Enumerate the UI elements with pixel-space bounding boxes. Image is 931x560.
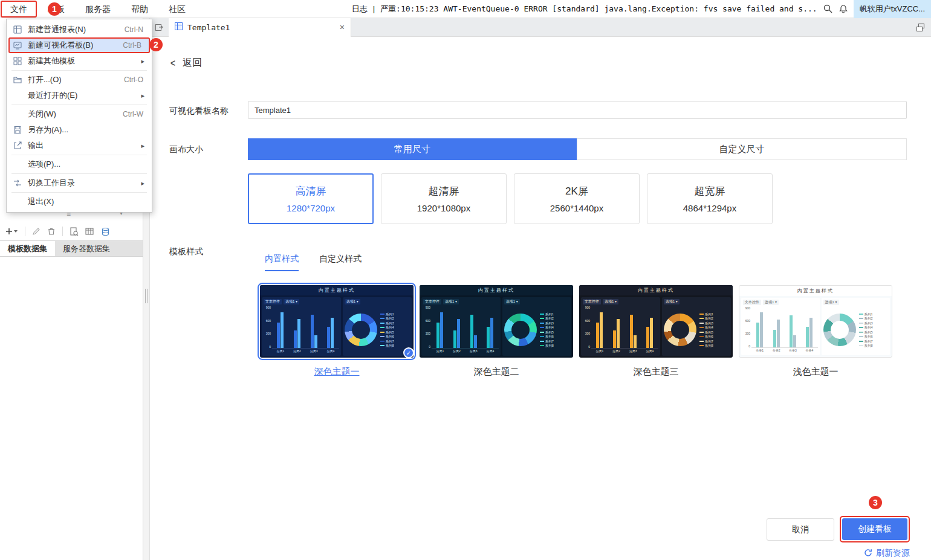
legend-label: 系列6 xyxy=(386,335,394,339)
back-label: 返回 xyxy=(183,57,202,69)
add-dataset-button[interactable] xyxy=(6,227,18,236)
legend-item: 系列6 xyxy=(380,335,394,339)
legend-item: 系列1 xyxy=(380,312,394,317)
preview-controls: 选项1 ▾ xyxy=(664,299,729,304)
dashboard-create-panel: < 返回 可视化看板名称 画布大小 常用尺寸自定义尺寸 高清屏1280*720p… xyxy=(150,37,931,560)
file-menu-item[interactable]: 新建可视化看板(B)Ctrl-B xyxy=(8,37,150,53)
legend-item: 系列7 xyxy=(380,340,394,344)
axis-tick: 300 xyxy=(264,332,271,335)
preview-barchart-panel: 文本控件选项1 ▾9006003000分类1分类2分类3分类4 xyxy=(262,297,341,356)
bar-group xyxy=(470,306,477,348)
splitter-grip[interactable] xyxy=(145,289,148,303)
preview-dataset-button[interactable] xyxy=(70,227,79,236)
tab-close-icon[interactable]: × xyxy=(340,23,345,31)
menubar-item[interactable]: 文件 xyxy=(0,0,37,18)
create-dashboard-button[interactable]: 创建看板 xyxy=(842,518,907,540)
theme-thumbnail[interactable]: 内置主题样式文本控件选项1 ▾9006003000分类1分类2分类3分类4选项1… xyxy=(579,285,733,358)
file-menu-item[interactable]: 输出▸ xyxy=(7,138,152,153)
log-label[interactable]: 日志 xyxy=(352,4,368,14)
theme-option[interactable]: 内置主题样式文本控件选项1 ▾9006003000分类1分类2分类3分类4选项1… xyxy=(737,285,894,378)
theme-name[interactable]: 深色主题三 xyxy=(577,366,735,378)
bar xyxy=(470,315,473,348)
float-pane-icon[interactable] xyxy=(916,23,925,32)
step-badge-3: 3 xyxy=(869,496,882,509)
edit-dataset-button[interactable] xyxy=(32,227,41,236)
theme-thumbnail[interactable]: 内置主题样式文本控件选项1 ▾9006003000分类1分类2分类3分类4选项1… xyxy=(260,285,414,358)
theme-option[interactable]: 内置主题样式文本控件选项1 ▾9006003000分类1分类2分类3分类4选项1… xyxy=(258,285,415,378)
legend-label: 系列8 xyxy=(386,344,394,348)
file-menu-item[interactable]: 新建其他模板▸ xyxy=(7,53,152,69)
cancel-button[interactable]: 取消 xyxy=(767,518,834,541)
file-menu-item[interactable]: 打开...(O)Ctrl-O xyxy=(7,72,152,88)
legend-item: 系列4 xyxy=(380,326,394,330)
file-menu-item[interactable]: 新建普通报表(N)Ctrl-N xyxy=(7,22,152,37)
preview-donut-panel: 选项1 ▾系列1系列2系列3系列4系列5系列6系列7系列8 xyxy=(343,297,412,356)
legend-item: 系列6 xyxy=(699,335,713,339)
legend-swatch xyxy=(540,345,544,346)
dataset-tabs: 模板数据集服务器数据集 xyxy=(0,240,143,257)
selected-check-icon: ✓ xyxy=(403,347,414,358)
tab-template1[interactable]: Template1 × xyxy=(169,18,351,37)
theme-name[interactable]: 浅色主题一 xyxy=(737,366,894,378)
bar xyxy=(760,312,763,347)
donut-chart xyxy=(345,314,377,346)
theme-thumbnail[interactable]: 内置主题样式文本控件选项1 ▾9006003000分类1分类2分类3分类4选项1… xyxy=(420,285,573,358)
file-menu-item[interactable]: 最近打开的(E)▸ xyxy=(7,88,152,103)
file-menu-item[interactable]: 关闭(W)Ctrl-W xyxy=(7,106,152,122)
legend-item: 系列6 xyxy=(859,335,873,339)
size-card[interactable]: 高清屏1280*720px xyxy=(248,173,374,224)
bar xyxy=(617,319,620,348)
preview-control: 选项1 ▾ xyxy=(504,299,520,304)
refresh-resources-link[interactable]: 刷新资源 xyxy=(864,548,910,559)
file-menu-item[interactable]: 退出(X) xyxy=(7,194,152,210)
delete-dataset-button[interactable] xyxy=(47,227,56,236)
database-connection-button[interactable] xyxy=(101,227,110,236)
theme-option[interactable]: 内置主题样式文本控件选项1 ▾9006003000分类1分类2分类3分类4选项1… xyxy=(418,285,575,378)
theme-preview-title: 内置主题样式 xyxy=(579,285,733,295)
notification-bell-icon[interactable] xyxy=(839,4,848,14)
file-menu-item-label: 输出 xyxy=(28,140,44,151)
sidebar-tab[interactable]: 模板数据集 xyxy=(0,241,55,256)
legend-swatch xyxy=(859,345,863,346)
axis-tick: 0 xyxy=(583,345,590,349)
legend-swatch xyxy=(540,332,544,333)
menubar-item[interactable]: 社区 xyxy=(158,0,196,18)
theme-name[interactable]: 深色主题一 xyxy=(258,366,415,378)
bar xyxy=(277,323,280,348)
menubar-item[interactable]: 帮助 xyxy=(121,0,158,18)
size-mode-button[interactable]: 常用尺寸 xyxy=(248,138,577,160)
style-tab[interactable]: 自定义样式 xyxy=(319,254,362,271)
theme-name[interactable]: 深色主题二 xyxy=(418,366,575,378)
legend-swatch xyxy=(380,341,384,342)
size-mode-button[interactable]: 自定义尺寸 xyxy=(577,138,907,160)
preview-y-axis: 9006003000 xyxy=(264,306,272,354)
legend-label: 系列2 xyxy=(545,317,554,321)
axis-tick: 0 xyxy=(743,344,750,348)
sidebar-tab[interactable]: 服务器数据集 xyxy=(55,241,118,256)
preview-controls: 文本控件选项1 ▾ xyxy=(264,299,339,304)
file-menu-item[interactable]: 另存为(A)... xyxy=(7,122,152,138)
theme-option[interactable]: 内置主题样式文本控件选项1 ▾9006003000分类1分类2分类3分类4选项1… xyxy=(577,285,735,378)
menubar-item[interactable]: 服务器 xyxy=(75,0,121,18)
tab-overview-icon[interactable] xyxy=(155,23,164,32)
size-card[interactable]: 2K屏2560*1440px xyxy=(514,173,640,224)
user-account-chip[interactable]: 帆软用户txVZCC... xyxy=(854,0,931,18)
donut-hole xyxy=(511,321,530,339)
bar-group xyxy=(487,306,493,348)
bar xyxy=(777,320,780,347)
log-error-message[interactable]: 严重:10:15:23 AWT-EventQueue-0 ERROR [stan… xyxy=(380,4,817,14)
search-icon[interactable] xyxy=(823,4,833,14)
legend-item: 系列3 xyxy=(699,321,713,326)
menubar-items: 文件模板服务器帮助社区 xyxy=(0,0,196,18)
back-button[interactable]: < 返回 xyxy=(170,57,202,69)
edit-table-button[interactable] xyxy=(85,227,94,236)
size-card[interactable]: 超宽屏4864*1294px xyxy=(647,173,773,224)
legend-label: 系列7 xyxy=(864,340,873,344)
file-menu-item[interactable]: 选项(P)... xyxy=(7,156,152,172)
size-card[interactable]: 超清屏1920*1080px xyxy=(381,173,507,224)
file-menu-item[interactable]: 切换工作目录▸ xyxy=(7,175,152,191)
template-icon xyxy=(175,22,183,32)
dashboard-name-input[interactable] xyxy=(248,101,907,119)
theme-thumbnail[interactable]: 内置主题样式文本控件选项1 ▾9006003000分类1分类2分类3分类4选项1… xyxy=(739,285,892,358)
style-tab[interactable]: 内置样式 xyxy=(265,254,299,271)
